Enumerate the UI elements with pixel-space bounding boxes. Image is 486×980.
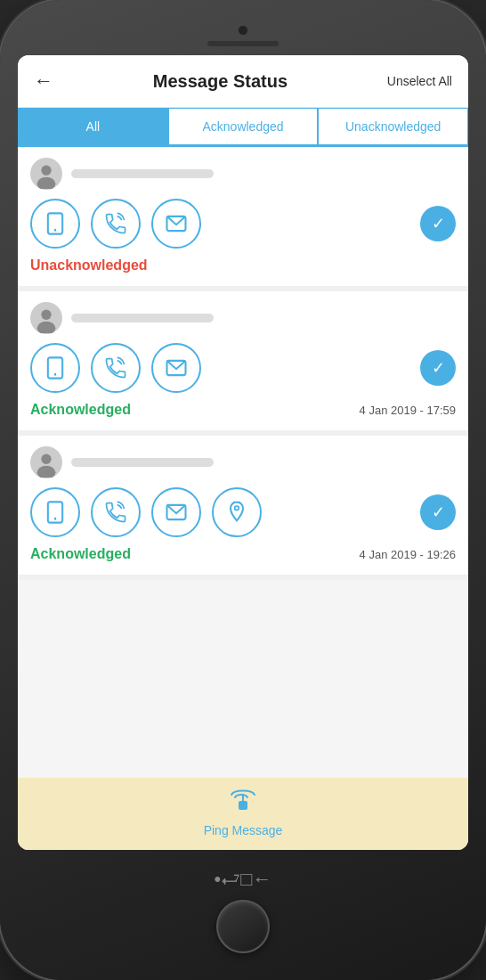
- ping-icon: [228, 788, 258, 820]
- message-card: ✓ Acknowledged 4 Jan 2019 - 17:59: [18, 291, 468, 436]
- check-button[interactable]: ✓: [420, 350, 456, 386]
- status-row: Acknowledged 4 Jan 2019 - 17:59: [30, 402, 456, 418]
- message-list: ✓ Unacknowledged: [18, 147, 468, 778]
- phone-frame: ← Message Status Unselect All All Acknow…: [0, 0, 486, 980]
- tab-acknowledged[interactable]: Acknowledged: [168, 108, 319, 145]
- name-bar: [71, 458, 214, 467]
- page-title: Message Status: [153, 71, 288, 92]
- phone-camera: [238, 25, 248, 36]
- user-row: [30, 302, 456, 334]
- status-label: Acknowledged: [30, 546, 131, 562]
- user-row: [30, 158, 456, 190]
- svg-point-7: [41, 310, 51, 320]
- phone-home-area: • ⮐ □ ←: [215, 850, 272, 962]
- unselect-all-button[interactable]: Unselect All: [387, 74, 452, 88]
- name-bar: [71, 169, 214, 178]
- tablet-icon-circle: [30, 199, 80, 249]
- svg-rect-19: [239, 801, 247, 810]
- status-label: Acknowledged: [30, 402, 131, 418]
- svg-point-18: [235, 506, 239, 510]
- tab-all[interactable]: All: [18, 108, 168, 145]
- avatar: [30, 446, 62, 478]
- nav-bar: • ⮐ □ ←: [215, 862, 272, 894]
- svg-point-1: [41, 166, 51, 176]
- call-icon-circle: [91, 487, 141, 537]
- mail-icon-circle: [151, 487, 201, 537]
- tab-bar: All Acknowledged Unacknowledged: [18, 108, 468, 147]
- svg-point-13: [41, 454, 51, 464]
- home-button[interactable]: [216, 900, 270, 953]
- check-button[interactable]: ✓: [420, 494, 456, 530]
- call-icon-circle: [91, 343, 141, 393]
- phone-screen: ← Message Status Unselect All All Acknow…: [18, 55, 468, 850]
- tablet-icon-circle: [30, 343, 80, 393]
- back-button[interactable]: ←: [34, 69, 53, 93]
- user-row: [30, 446, 456, 478]
- ping-label: Ping Message: [204, 823, 283, 837]
- mail-icon-circle: [151, 343, 201, 393]
- status-label: Unacknowledged: [30, 257, 148, 274]
- ping-message-button[interactable]: Ping Message: [18, 778, 468, 850]
- nav-dot[interactable]: •: [215, 868, 222, 891]
- timestamp: 4 Jan 2019 - 17:59: [360, 404, 456, 417]
- status-row: Acknowledged 4 Jan 2019 - 19:26: [30, 546, 456, 562]
- avatar: [30, 158, 62, 190]
- icons-row: ✓: [30, 199, 456, 249]
- message-card: ✓ Unacknowledged: [18, 147, 468, 291]
- tablet-icon-circle: [30, 487, 80, 537]
- nav-recent[interactable]: ⮐: [221, 868, 240, 891]
- location-icon-circle: [212, 487, 262, 537]
- avatar: [30, 302, 62, 334]
- status-row: Unacknowledged: [30, 257, 456, 274]
- nav-home[interactable]: □: [240, 868, 252, 891]
- nav-back[interactable]: ←: [253, 868, 272, 891]
- check-button[interactable]: ✓: [420, 206, 456, 241]
- phone-speaker: [207, 41, 279, 46]
- icons-row: ✓: [30, 343, 456, 393]
- name-bar: [71, 314, 214, 323]
- icons-row: ✓: [30, 487, 456, 537]
- message-card: ✓ Acknowledged 4 Jan 2019 - 19:26: [18, 436, 468, 580]
- tab-unacknowledged[interactable]: Unacknowledged: [318, 108, 468, 145]
- timestamp: 4 Jan 2019 - 19:26: [360, 548, 456, 561]
- app-header: ← Message Status Unselect All: [18, 55, 468, 108]
- call-icon-circle: [91, 199, 141, 249]
- mail-icon-circle: [151, 199, 201, 249]
